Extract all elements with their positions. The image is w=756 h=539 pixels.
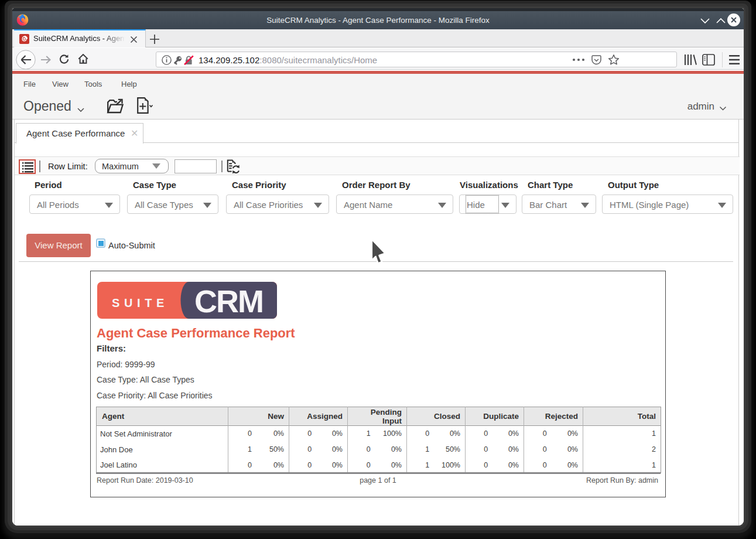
svg-text:SUITE: SUITE [112, 296, 169, 309]
svg-text:CRM: CRM [194, 284, 263, 319]
